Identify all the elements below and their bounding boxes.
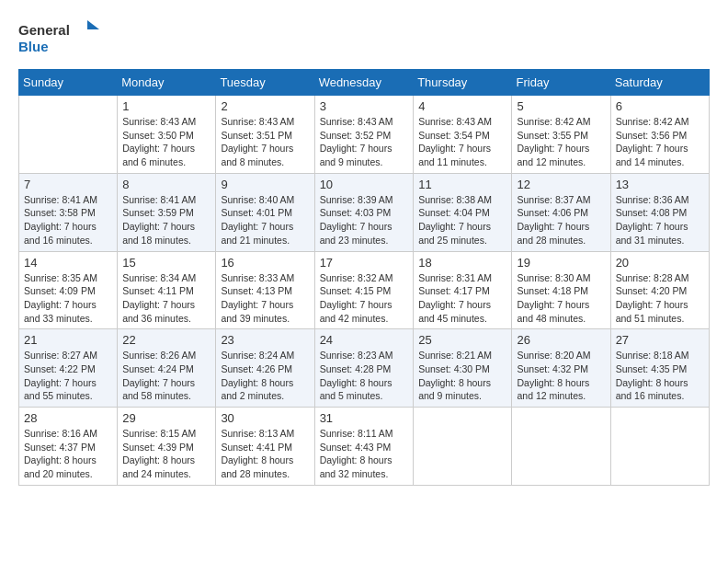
day-number: 5 bbox=[517, 99, 605, 113]
weekday-header: Thursday bbox=[414, 70, 512, 96]
calendar-cell: 21Sunrise: 8:27 AMSunset: 4:22 PMDayligh… bbox=[19, 329, 118, 408]
calendar-cell: 20Sunrise: 8:28 AMSunset: 4:20 PMDayligh… bbox=[610, 251, 709, 329]
day-number: 18 bbox=[418, 256, 506, 270]
day-info: Sunrise: 8:43 AMSunset: 3:54 PMDaylight:… bbox=[418, 115, 506, 169]
day-number: 15 bbox=[122, 256, 210, 270]
calendar-cell: 28Sunrise: 8:16 AMSunset: 4:37 PMDayligh… bbox=[19, 408, 118, 486]
day-info: Sunrise: 8:15 AMSunset: 4:39 PMDaylight:… bbox=[122, 427, 210, 481]
day-info: Sunrise: 8:43 AMSunset: 3:52 PMDaylight:… bbox=[320, 115, 409, 169]
day-info: Sunrise: 8:27 AMSunset: 4:22 PMDaylight:… bbox=[24, 349, 112, 403]
day-info: Sunrise: 8:16 AMSunset: 4:37 PMDaylight:… bbox=[24, 427, 112, 481]
day-number: 1 bbox=[122, 99, 210, 113]
calendar-week-row: 1Sunrise: 8:43 AMSunset: 3:50 PMDaylight… bbox=[19, 96, 710, 174]
day-info: Sunrise: 8:43 AMSunset: 3:50 PMDaylight:… bbox=[122, 115, 210, 169]
weekday-header: Saturday bbox=[610, 70, 709, 96]
day-info: Sunrise: 8:13 AMSunset: 4:41 PMDaylight:… bbox=[221, 427, 309, 481]
page-header: General Blue bbox=[18, 18, 710, 60]
calendar-cell: 12Sunrise: 8:37 AMSunset: 4:06 PMDayligh… bbox=[512, 173, 610, 251]
calendar-week-row: 7Sunrise: 8:41 AMSunset: 3:58 PMDaylight… bbox=[19, 173, 710, 251]
day-info: Sunrise: 8:40 AMSunset: 4:01 PMDaylight:… bbox=[221, 193, 309, 247]
day-number: 6 bbox=[616, 99, 704, 113]
day-number: 17 bbox=[320, 256, 409, 270]
day-info: Sunrise: 8:18 AMSunset: 4:35 PMDaylight:… bbox=[616, 349, 704, 403]
day-number: 13 bbox=[616, 178, 704, 191]
weekday-header: Sunday bbox=[19, 70, 118, 96]
calendar-cell: 3Sunrise: 8:43 AMSunset: 3:52 PMDaylight… bbox=[314, 96, 414, 174]
calendar-cell: 10Sunrise: 8:39 AMSunset: 4:03 PMDayligh… bbox=[314, 173, 414, 251]
calendar-cell: 14Sunrise: 8:35 AMSunset: 4:09 PMDayligh… bbox=[19, 251, 118, 329]
day-number: 12 bbox=[517, 178, 605, 191]
day-number: 21 bbox=[24, 333, 112, 347]
day-info: Sunrise: 8:24 AMSunset: 4:26 PMDaylight:… bbox=[221, 349, 309, 403]
day-info: Sunrise: 8:35 AMSunset: 4:09 PMDaylight:… bbox=[24, 271, 112, 326]
calendar-week-row: 14Sunrise: 8:35 AMSunset: 4:09 PMDayligh… bbox=[19, 251, 710, 329]
svg-marker-1 bbox=[87, 20, 99, 29]
day-number: 20 bbox=[616, 256, 704, 270]
day-info: Sunrise: 8:30 AMSunset: 4:18 PMDaylight:… bbox=[517, 271, 605, 326]
day-info: Sunrise: 8:37 AMSunset: 4:06 PMDaylight:… bbox=[517, 193, 605, 247]
day-info: Sunrise: 8:23 AMSunset: 4:28 PMDaylight:… bbox=[320, 349, 409, 403]
day-info: Sunrise: 8:36 AMSunset: 4:08 PMDaylight:… bbox=[616, 193, 704, 247]
day-number: 29 bbox=[122, 411, 210, 425]
day-info: Sunrise: 8:31 AMSunset: 4:17 PMDaylight:… bbox=[418, 271, 506, 326]
calendar-cell: 1Sunrise: 8:43 AMSunset: 3:50 PMDaylight… bbox=[118, 96, 216, 174]
calendar-cell: 11Sunrise: 8:38 AMSunset: 4:04 PMDayligh… bbox=[414, 173, 512, 251]
calendar-table: SundayMondayTuesdayWednesdayThursdayFrid… bbox=[18, 69, 710, 486]
calendar-cell bbox=[610, 408, 709, 486]
day-number: 24 bbox=[320, 333, 409, 347]
calendar-cell: 31Sunrise: 8:11 AMSunset: 4:43 PMDayligh… bbox=[314, 408, 414, 486]
calendar-cell: 4Sunrise: 8:43 AMSunset: 3:54 PMDaylight… bbox=[414, 96, 512, 174]
day-info: Sunrise: 8:41 AMSunset: 3:58 PMDaylight:… bbox=[24, 193, 112, 247]
weekday-header: Friday bbox=[512, 70, 610, 96]
day-info: Sunrise: 8:42 AMSunset: 3:56 PMDaylight:… bbox=[616, 115, 704, 169]
calendar-cell: 24Sunrise: 8:23 AMSunset: 4:28 PMDayligh… bbox=[314, 329, 414, 408]
day-number: 3 bbox=[320, 99, 409, 113]
day-number: 26 bbox=[517, 333, 605, 347]
day-number: 19 bbox=[517, 256, 605, 270]
weekday-header: Wednesday bbox=[314, 70, 414, 96]
day-number: 9 bbox=[221, 178, 309, 191]
day-info: Sunrise: 8:33 AMSunset: 4:13 PMDaylight:… bbox=[221, 271, 309, 326]
day-number: 25 bbox=[418, 333, 506, 347]
calendar-cell: 17Sunrise: 8:32 AMSunset: 4:15 PMDayligh… bbox=[314, 251, 414, 329]
day-info: Sunrise: 8:42 AMSunset: 3:55 PMDaylight:… bbox=[517, 115, 605, 169]
day-number: 2 bbox=[221, 99, 309, 113]
calendar-cell: 7Sunrise: 8:41 AMSunset: 3:58 PMDaylight… bbox=[19, 173, 118, 251]
day-info: Sunrise: 8:43 AMSunset: 3:51 PMDaylight:… bbox=[221, 115, 309, 169]
day-number: 14 bbox=[24, 256, 112, 270]
calendar-cell: 2Sunrise: 8:43 AMSunset: 3:51 PMDaylight… bbox=[216, 96, 314, 174]
calendar-cell: 9Sunrise: 8:40 AMSunset: 4:01 PMDaylight… bbox=[216, 173, 314, 251]
svg-text:General: General bbox=[18, 22, 70, 38]
day-info: Sunrise: 8:26 AMSunset: 4:24 PMDaylight:… bbox=[122, 349, 210, 403]
day-number: 4 bbox=[418, 99, 506, 113]
calendar-cell: 6Sunrise: 8:42 AMSunset: 3:56 PMDaylight… bbox=[610, 96, 709, 174]
day-info: Sunrise: 8:21 AMSunset: 4:30 PMDaylight:… bbox=[418, 349, 506, 403]
calendar-cell: 29Sunrise: 8:15 AMSunset: 4:39 PMDayligh… bbox=[118, 408, 216, 486]
calendar-cell bbox=[512, 408, 610, 486]
weekday-header: Monday bbox=[118, 70, 216, 96]
calendar-cell: 23Sunrise: 8:24 AMSunset: 4:26 PMDayligh… bbox=[216, 329, 314, 408]
day-number: 31 bbox=[320, 411, 409, 425]
calendar-cell: 19Sunrise: 8:30 AMSunset: 4:18 PMDayligh… bbox=[512, 251, 610, 329]
day-number: 30 bbox=[221, 411, 309, 425]
calendar-cell: 15Sunrise: 8:34 AMSunset: 4:11 PMDayligh… bbox=[118, 251, 216, 329]
day-number: 16 bbox=[221, 256, 309, 270]
calendar-week-row: 21Sunrise: 8:27 AMSunset: 4:22 PMDayligh… bbox=[19, 329, 710, 408]
calendar-cell: 30Sunrise: 8:13 AMSunset: 4:41 PMDayligh… bbox=[216, 408, 314, 486]
calendar-cell: 18Sunrise: 8:31 AMSunset: 4:17 PMDayligh… bbox=[414, 251, 512, 329]
day-info: Sunrise: 8:39 AMSunset: 4:03 PMDaylight:… bbox=[320, 193, 409, 247]
day-number: 10 bbox=[320, 178, 409, 191]
day-info: Sunrise: 8:28 AMSunset: 4:20 PMDaylight:… bbox=[616, 271, 704, 326]
logo: General Blue bbox=[18, 18, 101, 60]
calendar-week-row: 28Sunrise: 8:16 AMSunset: 4:37 PMDayligh… bbox=[19, 408, 710, 486]
logo-svg: General Blue bbox=[18, 18, 101, 60]
day-number: 7 bbox=[24, 178, 112, 191]
day-number: 22 bbox=[122, 333, 210, 347]
calendar-cell bbox=[414, 408, 512, 486]
day-info: Sunrise: 8:20 AMSunset: 4:32 PMDaylight:… bbox=[517, 349, 605, 403]
day-number: 11 bbox=[418, 178, 506, 191]
calendar-cell: 27Sunrise: 8:18 AMSunset: 4:35 PMDayligh… bbox=[610, 329, 709, 408]
calendar-cell: 5Sunrise: 8:42 AMSunset: 3:55 PMDaylight… bbox=[512, 96, 610, 174]
day-info: Sunrise: 8:41 AMSunset: 3:59 PMDaylight:… bbox=[122, 193, 210, 247]
day-number: 23 bbox=[221, 333, 309, 347]
